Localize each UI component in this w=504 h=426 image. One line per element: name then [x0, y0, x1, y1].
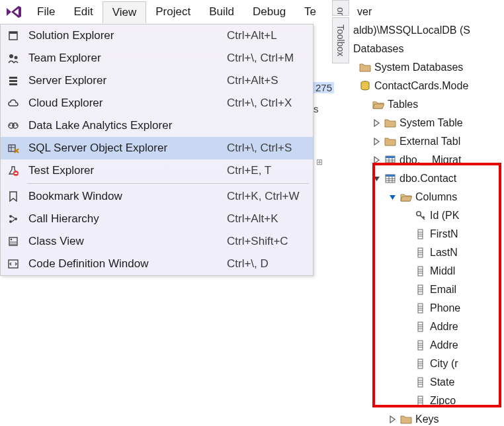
menuitem-shortcut: Ctrl+\, Ctrl+S — [227, 142, 306, 155]
menuitem-label: Bookmark Window — [28, 190, 220, 203]
tree-node-column[interactable]: Id (PK — [353, 206, 504, 225]
tree-node-system-tables[interactable]: System Table — [353, 114, 504, 132]
collapse-icon[interactable] — [372, 174, 381, 183]
column-icon — [414, 246, 427, 259]
menuitem-cloud-explorer[interactable]: Cloud Explorer Ctrl+\, Ctrl+X — [1, 92, 313, 114]
column-icon — [414, 357, 427, 370]
tree-node-column[interactable]: LastN — [353, 243, 504, 262]
tree-label: System Databases — [374, 62, 463, 73]
tree-label: Email — [430, 284, 456, 296]
menuitem-shortcut: Ctrl+Shift+C — [227, 235, 306, 248]
tree-label: Columns — [415, 191, 457, 203]
view-menu-dropdown: Solution Explorer Ctrl+Alt+L Team Explor… — [0, 24, 314, 276]
collapse-icon[interactable] — [388, 192, 397, 202]
menuitem-shortcut: Ctrl+Alt+K — [227, 212, 306, 226]
tree-label: External Tabl — [399, 136, 460, 148]
menuitem-class-view[interactable]: Class View Ctrl+Shift+C — [1, 230, 313, 253]
menuitem-shortcut: Ctrl+E, T — [227, 164, 306, 177]
tree-node-column[interactable]: Email — [353, 280, 504, 299]
tree-node-columns[interactable]: Columns — [353, 188, 504, 206]
column-icon — [414, 283, 427, 296]
solution-explorer-icon — [5, 27, 22, 44]
expand-icon[interactable] — [388, 415, 397, 424]
bookmark-icon — [5, 188, 22, 205]
tree-label: Addre — [430, 339, 458, 351]
tree-node-column[interactable]: Middl — [353, 262, 504, 280]
tree-label: System Table — [399, 117, 463, 129]
tree-label: aldb)\MSSQLLocalDB (S — [353, 24, 470, 36]
menu-view[interactable]: View — [103, 1, 147, 23]
tree-label: City (r — [430, 358, 458, 370]
expand-icon[interactable] — [372, 155, 381, 165]
menuitem-team-explorer[interactable]: Team Explorer Ctrl+\, Ctrl+M — [1, 47, 313, 69]
tree-node-column[interactable]: Zipco — [353, 392, 504, 410]
test-explorer-icon — [5, 162, 22, 179]
column-icon — [414, 394, 427, 407]
tree-label: Addre — [430, 321, 458, 333]
bg-fragment-number: 275 — [314, 82, 334, 93]
tree-node-external-tables[interactable]: External Tabl — [353, 132, 504, 151]
menuitem-server-explorer[interactable]: Server Explorer Ctrl+Alt+S — [1, 69, 313, 92]
expand-icon[interactable] — [372, 118, 381, 128]
column-icon — [414, 302, 427, 315]
column-icon — [414, 320, 427, 333]
menuitem-code-definition-window[interactable]: Code Definition Window Ctrl+\, D — [1, 253, 313, 275]
menuitem-label: Code Definition Window — [28, 257, 220, 271]
menu-build[interactable]: Build — [200, 1, 243, 22]
menuitem-test-explorer[interactable]: Test Explorer Ctrl+E, T — [1, 159, 313, 182]
tree-node-migrations-table[interactable]: dbo.__Migrat — [353, 151, 504, 169]
expand-icon[interactable] — [372, 137, 381, 146]
tree-node-column[interactable]: Phone — [353, 299, 504, 318]
menu-test-cut[interactable]: Te — [295, 1, 325, 22]
tree-node-tables[interactable]: Tables — [353, 95, 504, 114]
menu-separator — [27, 183, 309, 184]
tree-node-contact-table[interactable]: dbo.Contact — [353, 169, 504, 188]
bg-decoration: ⊞ — [316, 157, 323, 167]
object-explorer-tree: ver aldb)\MSSQLLocalDB (S Databases Syst… — [352, 0, 504, 426]
menuitem-call-hierarchy[interactable]: Call Hierarchy Ctrl+Alt+K — [1, 208, 313, 230]
tree-node-keys[interactable]: Keys — [353, 410, 504, 426]
tree-label: Keys — [415, 413, 439, 425]
tree-node-column[interactable]: Addre — [353, 336, 504, 355]
sql-object-explorer-icon — [5, 140, 22, 157]
menuitem-data-lake-explorer[interactable]: Data Lake Analytics Explorer — [1, 114, 313, 137]
tree-node-column[interactable]: City (r — [353, 355, 504, 373]
folder-open-icon — [372, 98, 385, 111]
tree-label: Zipco — [430, 395, 456, 407]
folder-icon — [399, 413, 413, 426]
side-tab-toolbox[interactable]: Toolbox — [332, 17, 349, 64]
tree-node-server-root-cut[interactable]: ver — [353, 3, 504, 21]
key-icon — [414, 209, 427, 222]
menuitem-label: Solution Explorer — [28, 29, 220, 42]
team-explorer-icon — [5, 50, 22, 67]
tree-label: Tables — [388, 99, 418, 110]
menuitem-label: SQL Server Object Explorer — [28, 142, 220, 155]
menu-project[interactable]: Project — [146, 1, 200, 22]
database-icon — [358, 79, 372, 93]
tree-node-system-databases[interactable]: System Databases — [353, 58, 504, 77]
menu-debug[interactable]: Debug — [243, 1, 295, 22]
tree-node-column[interactable]: FirstN — [353, 225, 504, 243]
side-tab-explorer-cut[interactable]: orer — [332, 0, 349, 16]
menuitem-label: Team Explorer — [28, 52, 220, 65]
tree-label: Id (PK — [430, 210, 459, 222]
column-icon — [414, 228, 427, 241]
menuitem-label: Call Hierarchy — [28, 212, 220, 226]
class-view-icon — [5, 233, 22, 250]
menuitem-solution-explorer[interactable]: Solution Explorer Ctrl+Alt+L — [1, 24, 313, 47]
tree-node-databases[interactable]: Databases — [353, 40, 504, 58]
cloud-explorer-icon — [5, 95, 22, 112]
tree-node-column[interactable]: State — [353, 373, 504, 392]
menuitem-bookmark-window[interactable]: Bookmark Window Ctrl+K, Ctrl+W — [1, 185, 313, 208]
menuitem-shortcut: Ctrl+\, D — [227, 257, 306, 271]
menuitem-label: Data Lake Analytics Explorer — [28, 119, 220, 132]
tree-node-server[interactable]: aldb)\MSSQLLocalDB (S — [353, 21, 504, 40]
menu-file[interactable]: File — [28, 1, 64, 22]
tree-node-column[interactable]: Addre — [353, 318, 504, 336]
visual-studio-logo-icon — [4, 2, 24, 22]
tree-node-database[interactable]: ContactCards.Mode — [353, 77, 504, 95]
tree-label: ver — [357, 6, 372, 18]
tree-label: FirstN — [430, 228, 458, 240]
menuitem-sql-server-object-explorer[interactable]: SQL Server Object Explorer Ctrl+\, Ctrl+… — [1, 137, 313, 159]
menu-edit[interactable]: Edit — [64, 1, 102, 22]
